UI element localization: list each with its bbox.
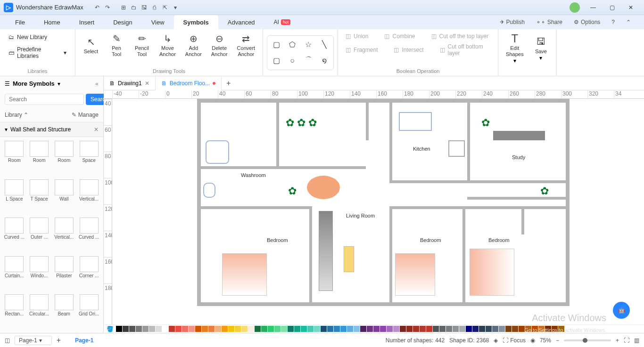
layers-icon[interactable]: ◈ — [494, 337, 498, 344]
color-swatch[interactable] — [162, 326, 168, 332]
dining-table-shape[interactable] — [307, 176, 340, 199]
color-swatch[interactable] — [129, 326, 135, 332]
color-swatch[interactable] — [472, 326, 479, 332]
zoom-in-button[interactable]: + — [616, 337, 619, 344]
dropdown-icon[interactable]: ▾ — [58, 81, 60, 87]
color-swatch[interactable] — [512, 326, 518, 332]
pencil-tool[interactable]: ✏Pencil Tool — [130, 31, 154, 59]
color-swatch[interactable] — [248, 326, 254, 332]
floorplan-diagram[interactable]: ✿ ✿ ✿ ✿ ✿ ✿ Washroom Kitchen Study Livin… — [197, 99, 570, 306]
shape-item[interactable]: Windo... — [29, 256, 50, 291]
shape-pentagon-icon[interactable]: ⬠ — [285, 38, 299, 52]
publish-button[interactable]: ✈Publish — [496, 17, 528, 27]
color-swatch[interactable] — [525, 326, 531, 332]
color-swatch[interactable] — [380, 326, 386, 332]
color-swatch[interactable] — [446, 326, 452, 332]
drawing-canvas[interactable]: ✿ ✿ ✿ ✿ ✿ ✿ Washroom Kitchen Study Livin… — [112, 99, 644, 324]
shape-item[interactable]: Room — [54, 141, 75, 176]
zoom-out-button[interactable]: − — [556, 337, 559, 344]
color-swatch[interactable] — [307, 326, 314, 332]
panel-toggle-icon[interactable]: ▥ — [634, 337, 639, 344]
color-swatch[interactable] — [538, 326, 545, 332]
add-page-button[interactable]: + — [57, 336, 61, 345]
shape-line-icon[interactable]: ╲ — [317, 38, 331, 52]
menu-design[interactable]: Design — [104, 15, 141, 29]
color-swatch[interactable] — [241, 326, 248, 332]
pen-tool[interactable]: ✎Pen Tool — [105, 31, 128, 59]
bed-shape[interactable] — [222, 253, 267, 296]
shape-item[interactable]: Room — [4, 141, 25, 176]
close-button[interactable]: ✕ — [621, 1, 640, 14]
color-swatch[interactable] — [208, 326, 215, 332]
union-button[interactable]: ◫Union — [342, 31, 372, 41]
color-swatch[interactable] — [327, 326, 333, 332]
color-swatch[interactable] — [558, 326, 564, 332]
color-swatch[interactable] — [373, 326, 380, 332]
undo-icon[interactable]: ↶ — [93, 3, 101, 12]
desk-shape[interactable] — [493, 131, 545, 140]
bucket-icon[interactable]: 🪣 — [107, 326, 114, 332]
shape-item[interactable]: Pilaster — [54, 256, 75, 291]
shape-item[interactable]: Vertical... — [54, 218, 75, 252]
color-swatch[interactable] — [228, 326, 234, 332]
color-swatch[interactable] — [519, 326, 525, 332]
shape-item[interactable]: Circular... — [29, 294, 50, 329]
menu-symbols[interactable]: Symbols — [174, 15, 218, 29]
manage-link[interactable]: ✎ Manage — [72, 112, 99, 118]
color-swatch[interactable] — [195, 326, 201, 332]
color-swatch[interactable] — [142, 326, 149, 332]
menu-home[interactable]: Home — [34, 15, 70, 29]
page-tab[interactable]: Page-1 — [75, 337, 93, 344]
delete-anchor-tool[interactable]: ⊖Delete Anchor — [207, 31, 231, 59]
color-swatch[interactable] — [499, 326, 505, 332]
collapse-ribbon-button[interactable]: ⌃ — [622, 17, 635, 27]
redo-icon[interactable]: ↷ — [103, 3, 112, 12]
shape-item[interactable]: Grid Ori... — [78, 294, 99, 329]
print-icon[interactable]: ⎙ — [150, 3, 159, 12]
color-swatch[interactable] — [281, 326, 287, 332]
bed-shape[interactable] — [395, 253, 435, 296]
shape-item[interactable]: Curved ... — [78, 218, 99, 252]
color-swatch[interactable] — [420, 326, 426, 332]
open-icon[interactable]: 🗀 — [130, 3, 138, 12]
color-swatch[interactable] — [354, 326, 360, 332]
chat-assistant-button[interactable]: 🤖 — [613, 302, 630, 319]
color-swatch[interactable] — [459, 326, 465, 332]
shape-arc-icon[interactable]: ⌒ — [301, 54, 315, 68]
predefine-libraries-button[interactable]: 🗃Predefine Libraries▾ — [4, 43, 71, 62]
color-swatch[interactable] — [334, 326, 340, 332]
color-swatch[interactable] — [261, 326, 267, 332]
shape-rect-icon[interactable]: ▢ — [269, 38, 283, 52]
color-swatch[interactable] — [288, 326, 294, 332]
shape-item[interactable]: Beam — [54, 294, 75, 329]
shape-item[interactable]: Curved ... — [4, 218, 25, 252]
color-swatch[interactable] — [433, 326, 439, 332]
caret-down-icon[interactable]: ▾ — [171, 3, 180, 12]
doc-tab-2[interactable]: 🗎 Bedroom Floo... — [156, 76, 222, 90]
color-swatch[interactable] — [116, 326, 122, 332]
color-swatch[interactable] — [268, 326, 274, 332]
fullscreen-icon[interactable]: ⛶ — [624, 337, 629, 344]
page-selector[interactable]: Page-1 ▾ — [15, 336, 52, 345]
shape-item[interactable]: L Space — [4, 179, 25, 214]
menu-advanced[interactable]: Advanced — [218, 15, 264, 29]
color-swatch[interactable] — [393, 326, 399, 332]
combine-button[interactable]: ◫Combine — [380, 31, 419, 41]
color-swatch[interactable] — [136, 326, 142, 332]
color-swatch[interactable] — [294, 326, 300, 332]
page-list-icon[interactable]: ◫ — [5, 337, 10, 344]
shape-star-icon[interactable]: ☆ — [301, 38, 315, 52]
color-swatch[interactable] — [545, 326, 551, 332]
color-swatch[interactable] — [301, 326, 307, 332]
user-avatar[interactable] — [570, 2, 580, 13]
bathtub-shape[interactable] — [206, 140, 229, 164]
color-swatch[interactable] — [387, 326, 393, 332]
color-swatch[interactable] — [222, 326, 228, 332]
shape-item[interactable]: Outer ... — [29, 218, 50, 252]
add-anchor-tool[interactable]: ⊕Add Anchor — [182, 31, 206, 59]
focus-toggle[interactable]: ⛶ Focus — [503, 337, 526, 344]
select-tool[interactable]: ↖Select — [79, 34, 103, 56]
shape-item[interactable]: Rectan... — [4, 294, 25, 329]
fragment-button[interactable]: ◫Fragment — [342, 45, 381, 55]
cut-bottom-button[interactable]: ◫Cut off bottom layer — [436, 41, 495, 58]
